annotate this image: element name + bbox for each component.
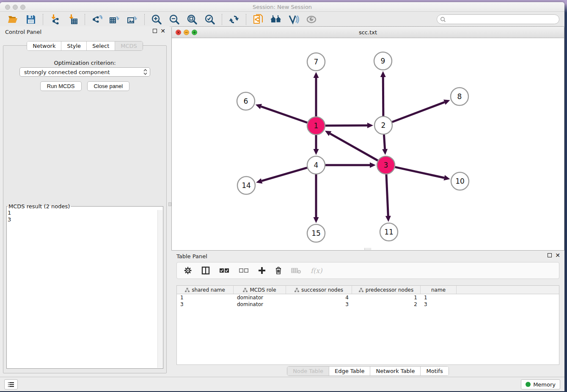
edge-2-9[interactable] <box>383 77 383 116</box>
edge-2-3[interactable] <box>384 135 385 149</box>
table-cell[interactable]: 3 <box>177 301 234 308</box>
tab-select[interactable]: Select <box>87 41 115 50</box>
mcds-result-box: MCDS result (2 nodes) 1 3 <box>6 203 163 369</box>
edge-arrowhead <box>314 217 319 223</box>
table-cell[interactable]: 3 <box>286 301 352 308</box>
import-table-icon[interactable] <box>66 14 79 25</box>
edge-arrowhead <box>370 163 376 168</box>
export-table-icon[interactable] <box>108 14 121 25</box>
table-cell[interactable]: 1 <box>177 294 234 301</box>
edge-arrowhead <box>256 104 262 109</box>
edge-3-10[interactable] <box>395 167 444 178</box>
show-column-icon[interactable] <box>201 265 210 276</box>
tab-network-table[interactable]: Network Table <box>370 367 421 375</box>
edge-4-14[interactable] <box>261 168 307 181</box>
unselect-all-columns-icon[interactable] <box>239 265 249 276</box>
export-image-icon[interactable] <box>126 14 139 25</box>
optimization-criterion-label: Optimization criterion: <box>3 60 166 66</box>
tab-motifs[interactable]: Motifs <box>421 367 448 375</box>
table-cell[interactable]: 4 <box>286 294 352 301</box>
edge-2-8[interactable] <box>392 102 445 122</box>
graph-node-label: 9 <box>381 57 385 65</box>
float-panel-icon[interactable] <box>153 29 157 33</box>
sort-hierarchy-icon <box>185 288 190 292</box>
table-cell[interactable]: dominator <box>234 294 286 301</box>
tab-edge-table[interactable]: Edge Table <box>329 367 370 375</box>
close-panel-button[interactable]: Close panel <box>87 81 130 91</box>
zoom-in-icon[interactable] <box>150 14 163 25</box>
duplicate-network-icon[interactable] <box>252 14 264 25</box>
search-field[interactable] <box>437 14 559 24</box>
tab-network[interactable]: Network <box>27 41 61 50</box>
table-cell[interactable]: 1 <box>352 294 421 301</box>
table-row[interactable]: 3dominator323 <box>177 301 559 308</box>
function-builder-icon[interactable]: f(x) <box>311 267 322 275</box>
column-header-predecessor-nodes[interactable]: predecessor nodes <box>352 286 421 294</box>
tab-style[interactable]: Style <box>61 41 87 50</box>
graph-node-label: 15 <box>311 229 321 237</box>
table-toolbar: f(x) <box>176 262 559 279</box>
close-panel-icon[interactable]: ✕ <box>160 29 165 33</box>
edge-arrowhead <box>380 71 386 77</box>
edge-arrowhead <box>443 99 450 105</box>
toolbar-separator <box>43 14 43 25</box>
float-table-panel-icon[interactable] <box>548 253 552 257</box>
column-header-name[interactable]: name <box>421 286 457 294</box>
zoom-selected-icon[interactable] <box>204 14 216 25</box>
graph-node-label: 3 <box>384 161 388 169</box>
open-file-icon[interactable] <box>7 14 19 25</box>
edge-3-11[interactable] <box>386 174 388 216</box>
save-session-icon[interactable] <box>25 14 37 25</box>
optimization-criterion-select[interactable]: strongly connected component <box>19 67 150 77</box>
edge-3-1[interactable] <box>330 134 378 161</box>
column-header-successor-nodes[interactable]: successor nodes <box>286 286 352 294</box>
export-network-icon[interactable] <box>91 14 103 25</box>
network-graph[interactable]: 7968124314101511 <box>172 38 564 250</box>
result-scrollbar[interactable] <box>157 210 162 368</box>
hide-graphics-details-icon[interactable] <box>287 14 300 25</box>
table-cell[interactable]: 2 <box>352 301 421 308</box>
column-header-MCDS-role[interactable]: MCDS role <box>234 286 286 294</box>
edge-arrowhead <box>367 123 373 128</box>
import-network-icon[interactable] <box>49 14 61 25</box>
column-header-shared-name[interactable]: shared name <box>177 286 234 294</box>
delete-table-icon[interactable] <box>291 265 301 276</box>
apply-layout-icon[interactable] <box>228 14 240 25</box>
close-table-panel-icon[interactable]: ✕ <box>555 253 560 257</box>
table-options-gear-icon[interactable] <box>184 265 192 276</box>
memory-button[interactable]: Memory <box>521 379 560 389</box>
zoom-fit-icon[interactable] <box>186 14 198 25</box>
table-cell[interactable]: dominator <box>234 301 286 308</box>
select-chevrons-icon <box>143 69 147 75</box>
table-cell[interactable]: 1 <box>421 294 457 301</box>
sort-hierarchy-icon <box>243 288 248 292</box>
network-canvas[interactable]: 7968124314101511 <box>172 38 564 250</box>
task-history-button[interactable] <box>4 379 18 389</box>
select-all-columns-icon[interactable] <box>219 265 229 276</box>
graph-node-label: 10 <box>455 177 465 185</box>
tab-mcds[interactable]: MCDS <box>115 41 143 50</box>
control-panel-tabs: NetworkStyleSelectMCDS <box>0 41 170 51</box>
table-row[interactable]: 1dominator411 <box>177 294 559 301</box>
edge-arrowhead <box>314 72 319 78</box>
first-neighbors-icon[interactable] <box>270 14 282 25</box>
sort-hierarchy-icon <box>359 288 363 292</box>
zoom-out-icon[interactable] <box>168 14 181 25</box>
delete-column-trash-icon[interactable] <box>275 265 282 276</box>
mcds-result-text[interactable]: 1 3 <box>8 210 157 367</box>
edge-1-2[interactable] <box>325 125 367 126</box>
search-input[interactable] <box>448 16 559 23</box>
show-graphics-details-icon[interactable] <box>305 14 318 25</box>
application-window: Session: New Session <box>0 2 564 391</box>
sort-hierarchy-icon <box>295 288 299 292</box>
edge-1-6[interactable] <box>261 107 307 123</box>
main-toolbar <box>0 12 564 27</box>
run-mcds-button[interactable]: Run MCDS <box>40 81 82 91</box>
network-resize-grip[interactable] <box>364 248 371 250</box>
table-tabs: Node TableEdge TableNetwork TableMotifs <box>171 366 564 376</box>
table-cell[interactable]: 3 <box>421 301 457 308</box>
graph-node-label: 1 <box>314 121 319 130</box>
panel-splitter-handle[interactable] <box>168 202 171 206</box>
tab-node-table[interactable]: Node Table <box>287 367 329 375</box>
create-column-plus-icon[interactable] <box>258 265 266 276</box>
